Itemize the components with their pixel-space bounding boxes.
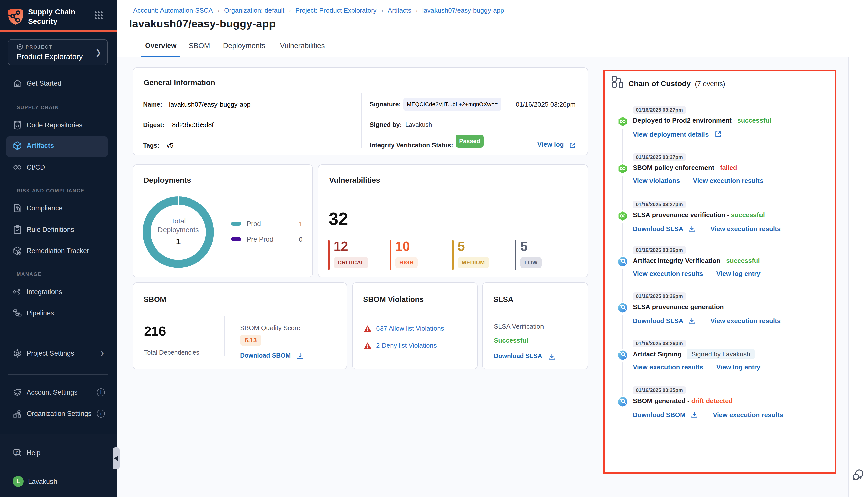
svg-text:?: ? (16, 450, 18, 454)
